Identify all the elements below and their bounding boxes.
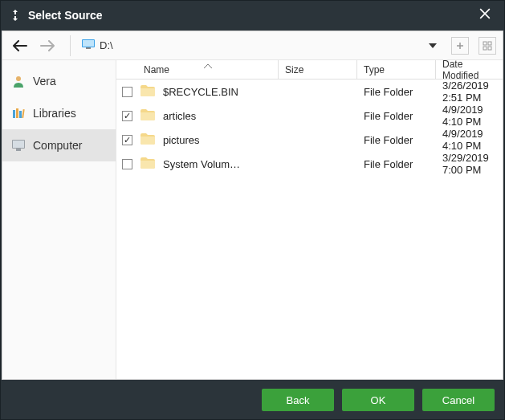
window: Select Source D:\: [0, 0, 505, 420]
path-dropdown-button[interactable]: [424, 37, 442, 55]
content: D:\ Vera: [1, 30, 504, 381]
ok-button[interactable]: OK: [342, 389, 414, 411]
sidebar-item-computer[interactable]: Computer: [2, 129, 116, 161]
svg-rect-4: [488, 42, 491, 45]
svg-point-7: [16, 76, 21, 81]
svg-rect-14: [16, 149, 21, 151]
svg-rect-13: [13, 141, 24, 148]
row-type: File Folder: [357, 158, 436, 170]
row-name: articles: [163, 110, 196, 122]
header-check: [116, 60, 137, 79]
sort-asc-icon: [204, 60, 212, 71]
monitor-icon: [82, 39, 95, 51]
row-checkbox[interactable]: [122, 111, 132, 121]
header-type[interactable]: Type: [357, 60, 436, 79]
row-type: File Folder: [357, 86, 436, 98]
table-row[interactable]: System Volum…File Folder3/29/2019 7:00 P…: [116, 152, 503, 176]
table-row[interactable]: $RECYCLE.BINFile Folder3/26/2019 2:51 PM: [116, 80, 503, 104]
svg-rect-5: [483, 47, 487, 50]
folder-icon: [141, 157, 155, 171]
svg-rect-2: [86, 47, 91, 49]
row-date: 3/29/2019 7:00 PM: [436, 152, 503, 176]
row-type: File Folder: [357, 110, 436, 122]
row-name: System Volum…: [163, 158, 240, 170]
table-row[interactable]: picturesFile Folder4/9/2019 4:10 PM: [116, 128, 503, 152]
nav-forward-button[interactable]: [36, 35, 59, 57]
svg-rect-11: [22, 109, 25, 118]
svg-rect-10: [19, 111, 22, 118]
back-button[interactable]: Back: [262, 389, 334, 411]
sidebar-item-vera[interactable]: Vera: [2, 65, 116, 97]
sidebar: Vera Libraries Computer: [2, 60, 116, 379]
header-name-label: Name: [144, 64, 169, 75]
row-name: $RECYCLE.BIN: [163, 86, 238, 98]
rows-container: $RECYCLE.BINFile Folder3/26/2019 2:51 PM…: [116, 80, 503, 379]
folder-icon: [141, 109, 155, 123]
folder-icon: [141, 85, 155, 99]
svg-rect-9: [16, 108, 18, 118]
column-headers: Name Size Type Date Modified: [116, 60, 503, 80]
svg-rect-8: [13, 110, 15, 118]
row-date: 4/9/2019 4:10 PM: [436, 128, 503, 152]
header-name[interactable]: Name: [137, 60, 279, 79]
row-checkbox[interactable]: [122, 87, 132, 97]
sidebar-item-libraries[interactable]: Libraries: [2, 97, 116, 129]
table-row[interactable]: articlesFile Folder4/9/2019 4:10 PM: [116, 104, 503, 128]
new-folder-button[interactable]: [451, 37, 469, 55]
header-size[interactable]: Size: [279, 60, 357, 79]
close-button[interactable]: [477, 6, 496, 25]
folder-icon: [141, 133, 155, 147]
window-title: Select Source: [28, 9, 477, 22]
row-date: 4/9/2019 4:10 PM: [436, 104, 503, 128]
sidebar-item-label: Vera: [33, 75, 56, 88]
user-icon: [12, 75, 25, 88]
header-type-label: Type: [364, 64, 385, 75]
row-checkbox[interactable]: [122, 159, 132, 169]
path-bar[interactable]: D:\: [82, 39, 414, 51]
svg-rect-3: [483, 42, 487, 45]
navbar: D:\: [2, 31, 503, 60]
header-size-label: Size: [285, 64, 303, 75]
titlebar: Select Source: [1, 1, 504, 30]
libraries-icon: [12, 107, 25, 120]
nav-back-button[interactable]: [9, 35, 31, 57]
view-toggle-button[interactable]: [479, 37, 496, 55]
sidebar-item-label: Computer: [33, 139, 82, 152]
separator: [70, 35, 71, 56]
row-date: 3/26/2019 2:51 PM: [436, 80, 503, 104]
row-type: File Folder: [357, 134, 436, 146]
computer-icon: [12, 139, 25, 152]
row-name: pictures: [163, 134, 200, 146]
footer: Back OK Cancel: [1, 381, 504, 419]
cancel-button[interactable]: Cancel: [422, 389, 495, 411]
file-listing: Name Size Type Date Modified $RECYCLE.BI…: [116, 60, 503, 379]
row-checkbox[interactable]: [122, 135, 132, 145]
inner-panel: D:\ Vera: [2, 31, 503, 380]
sidebar-item-label: Libraries: [33, 107, 76, 120]
svg-rect-6: [488, 47, 491, 50]
header-date-label: Date Modified: [442, 60, 496, 81]
body: Vera Libraries Computer: [2, 60, 503, 379]
svg-rect-1: [83, 40, 94, 47]
app-icon: [9, 9, 22, 22]
header-date[interactable]: Date Modified: [436, 60, 503, 79]
path-text: D:\: [100, 39, 113, 51]
